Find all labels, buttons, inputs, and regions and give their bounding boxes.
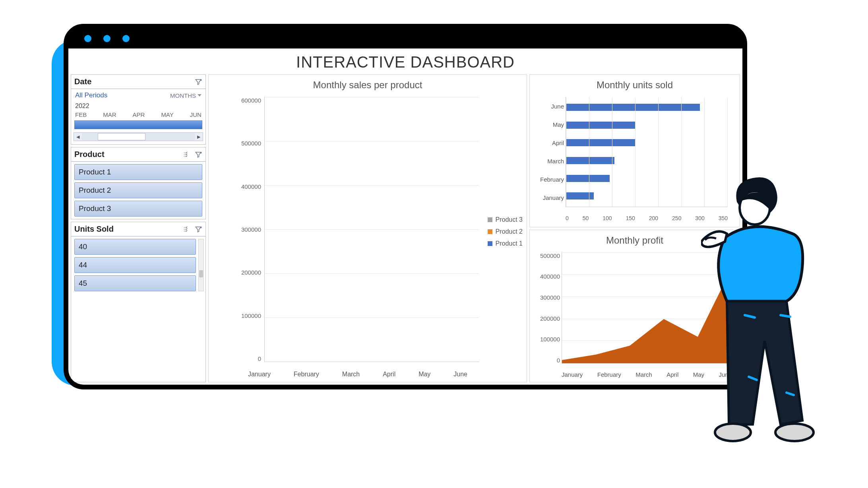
dashboard-screen: INTERACTIVE DASHBOARD Date (68, 48, 742, 385)
product-slicer: Product Product 1 (71, 147, 206, 219)
bar (566, 157, 614, 164)
timeline-year: 2022 (71, 102, 205, 110)
tablet-frame: INTERACTIVE DASHBOARD Date (64, 24, 747, 389)
units-chart-title: Monthly units sold (530, 75, 740, 93)
bar (566, 192, 594, 199)
product-option[interactable]: Product 1 (74, 164, 202, 180)
sales-chart: Monthly sales per product 60000050000040… (208, 74, 527, 382)
timeline-scrollbar[interactable]: ◀ ▶ (74, 132, 203, 141)
scroll-thumb[interactable] (98, 133, 145, 140)
units-slicer: Units Sold 40 (71, 222, 206, 382)
clear-filter-icon[interactable] (194, 225, 202, 233)
all-periods-link[interactable]: All Periods (75, 91, 107, 99)
profit-y-axis: 0100000200000300000400000500000 (531, 252, 560, 364)
person-illustration (701, 170, 828, 448)
scroll-right-button[interactable]: ▶ (195, 133, 203, 141)
units-option[interactable]: 45 (74, 275, 196, 291)
chevron-down-icon (198, 94, 202, 97)
sales-legend: Product 3Product 2Product 1 (488, 216, 523, 247)
multi-select-icon[interactable] (182, 225, 190, 233)
clear-filter-icon[interactable] (194, 151, 202, 159)
timeline-month-labels: FEB MAR APR MAY JUN (71, 110, 205, 120)
sales-plot (264, 97, 479, 362)
units-scrollbar[interactable] (198, 239, 204, 291)
product-option[interactable]: Product 2 (74, 182, 202, 198)
bar (566, 104, 700, 111)
bar (566, 175, 610, 182)
units-slicer-title: Units Sold (74, 225, 114, 234)
window-dot-1 (84, 35, 91, 42)
bar (566, 139, 635, 146)
window-dot-3 (122, 35, 130, 42)
bar (566, 122, 635, 129)
units-y-axis: JuneMayAprilMarchFebruaryJanuary (531, 97, 564, 207)
date-slicer-title: Date (74, 77, 91, 86)
units-option[interactable]: 40 (74, 239, 196, 255)
svg-point-8 (775, 424, 814, 441)
units-option[interactable]: 44 (74, 257, 196, 273)
granularity-dropdown[interactable]: MONTHS (170, 91, 202, 99)
sales-x-axis: JanuaryFebruaryMarchAprilMayJune (236, 371, 479, 378)
sales-y-axis: 6000005000004000003000002000001000000 (236, 97, 264, 362)
clear-filter-icon[interactable] (194, 78, 202, 86)
window-dot-2 (103, 35, 110, 42)
scroll-left-button[interactable]: ◀ (74, 133, 82, 141)
page-title: INTERACTIVE DASHBOARD (68, 48, 742, 74)
timeline-selection-bar[interactable] (74, 120, 202, 129)
product-option[interactable]: Product 3 (74, 201, 202, 217)
multi-select-icon[interactable] (182, 151, 190, 159)
sales-chart-title: Monthly sales per product (209, 75, 527, 93)
product-slicer-title: Product (74, 150, 105, 159)
svg-point-7 (715, 424, 751, 441)
date-slicer: Date All Periods MONTHS (71, 74, 206, 145)
